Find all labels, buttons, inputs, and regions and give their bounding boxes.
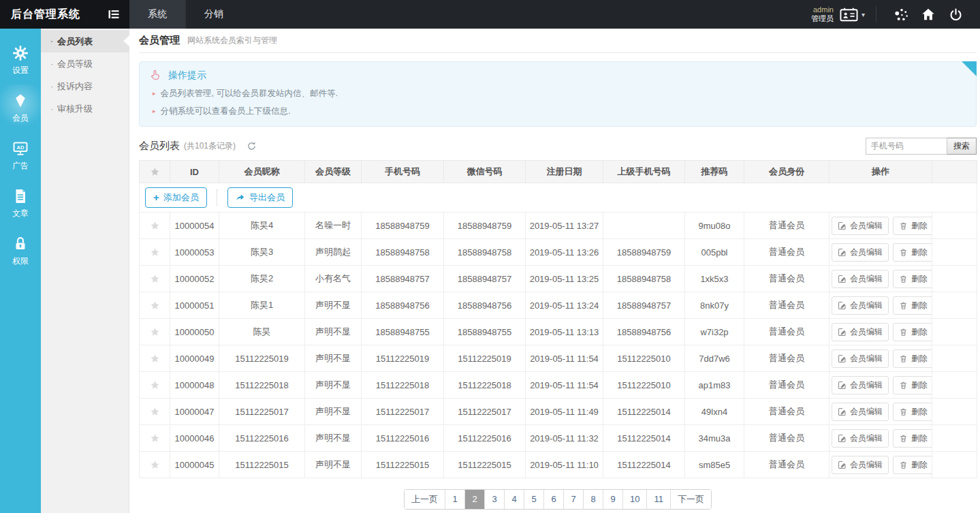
tips-collapse-corner[interactable] <box>962 61 977 76</box>
star-icon <box>150 380 160 390</box>
dots-cluster-icon <box>894 7 909 22</box>
member-actions-cell: 会员编辑删除 <box>829 345 932 372</box>
sidebar-item-label: 设置 <box>12 65 29 76</box>
pagination-prev[interactable]: 上一页 <box>405 490 445 509</box>
pagination-page-2[interactable]: 2 <box>464 490 484 509</box>
submenu-item-complaints[interactable]: 投诉内容 <box>41 75 129 97</box>
submenu-item-label: 会员列表 <box>57 35 93 48</box>
user-info[interactable]: admin 管理员 <box>811 5 834 23</box>
diamond-icon <box>12 93 29 109</box>
edit-icon <box>838 221 847 230</box>
pagination-page-10[interactable]: 10 <box>622 490 646 509</box>
pagination-page-11[interactable]: 11 <box>646 490 670 509</box>
search-button[interactable]: 搜索 <box>947 138 977 155</box>
menu-toggle-icon[interactable] <box>107 7 121 21</box>
favorite-star-cell[interactable] <box>140 425 170 452</box>
delete-member-button[interactable]: 删除 <box>893 217 932 235</box>
favorite-star-cell[interactable] <box>140 319 170 345</box>
power-icon <box>949 7 963 22</box>
edit-member-button[interactable]: 会员编辑 <box>832 429 889 448</box>
sidebar-item-members[interactable]: 会员 <box>0 84 41 132</box>
edit-member-button[interactable]: 会员编辑 <box>832 376 889 394</box>
edit-member-button[interactable]: 会员编辑 <box>832 349 889 368</box>
pagination-page-8[interactable]: 8 <box>583 490 603 509</box>
member-parent-phone-cell: 15112225014 <box>603 399 685 425</box>
member-level-cell: 小有名气 <box>305 266 362 292</box>
add-member-button[interactable]: +添加会员 <box>145 187 207 208</box>
delete-member-button[interactable]: 删除 <box>893 323 932 341</box>
search-input[interactable] <box>866 138 947 155</box>
delete-member-button[interactable]: 删除 <box>893 403 932 421</box>
favorite-star-cell[interactable] <box>140 372 170 399</box>
tab-system[interactable]: 系统 <box>129 0 185 29</box>
refresh-icon[interactable] <box>247 141 257 151</box>
member-parent-phone-cell: 18588948759 <box>603 239 685 266</box>
edit-member-label: 会员编辑 <box>850 273 883 285</box>
sidebar-item-settings[interactable]: 设置 <box>0 37 41 84</box>
member-reg-date-cell: 2019-05-11 11:10 <box>526 452 603 478</box>
member-actions-cell: 会员编辑删除 <box>829 452 932 478</box>
home-button[interactable] <box>915 0 942 29</box>
member-phone-cell: 15112225017 <box>362 399 444 425</box>
member-wechat-cell: 15112225015 <box>444 452 526 478</box>
pagination-page-4[interactable]: 4 <box>504 490 524 509</box>
pagination-next[interactable]: 下一页 <box>670 490 711 509</box>
star-icon <box>150 327 160 337</box>
column-header: 推荐码 <box>685 161 744 183</box>
favorite-star-cell[interactable] <box>140 266 170 292</box>
edit-member-label: 会员编辑 <box>850 220 883 232</box>
submenu-item-upgrade-review[interactable]: 审核升级 <box>41 97 129 120</box>
pagination-page-7[interactable]: 7 <box>563 490 583 509</box>
edit-member-button[interactable]: 会员编辑 <box>832 456 889 474</box>
delete-member-button[interactable]: 删除 <box>893 456 932 474</box>
member-id-cell: 10000051 <box>170 292 219 319</box>
sidebar-item-permissions[interactable]: 权限 <box>0 228 41 275</box>
delete-member-button[interactable]: 删除 <box>893 270 932 288</box>
member-identity-cell: 普通会员 <box>744 452 829 478</box>
member-id-cell: 10000047 <box>170 399 219 425</box>
edit-member-button[interactable]: 会员编辑 <box>832 270 889 288</box>
pagination-page-5[interactable]: 5 <box>524 490 543 509</box>
pagination-page-6[interactable]: 6 <box>543 490 563 509</box>
tab-distribution[interactable]: 分销 <box>185 0 242 29</box>
delete-member-button[interactable]: 删除 <box>893 429 932 448</box>
member-nickname-cell: 陈昊4 <box>219 213 305 239</box>
delete-member-button[interactable]: 删除 <box>893 243 932 262</box>
pagination-page-1[interactable]: 1 <box>445 490 464 509</box>
member-reg-date-cell: 2019-05-11 11:49 <box>526 399 603 425</box>
member-phone-cell: 18588948755 <box>362 319 444 345</box>
pagination-page-3[interactable]: 3 <box>484 490 504 509</box>
edit-member-button[interactable]: 会员编辑 <box>832 243 889 262</box>
favorite-star-cell[interactable] <box>140 213 170 239</box>
member-phone-cell: 18588948759 <box>362 213 444 239</box>
favorite-star-cell[interactable] <box>140 345 170 372</box>
edit-member-label: 会员编辑 <box>850 406 883 418</box>
pagination-page-9[interactable]: 9 <box>603 490 622 509</box>
clear-cache-button[interactable] <box>887 0 915 29</box>
edit-icon <box>838 275 847 283</box>
favorite-star-cell[interactable] <box>140 292 170 319</box>
submenu-item-member-list[interactable]: 会员列表 <box>41 30 129 52</box>
favorite-star-cell[interactable] <box>140 239 170 266</box>
member-id-cell: 10000045 <box>170 452 219 478</box>
delete-member-label: 删除 <box>911 379 928 391</box>
edit-member-button[interactable]: 会员编辑 <box>832 403 889 421</box>
delete-member-button[interactable]: 删除 <box>893 296 932 315</box>
empty-cell <box>932 452 977 478</box>
favorite-star-cell[interactable] <box>140 452 170 478</box>
delete-member-button[interactable]: 删除 <box>893 376 932 394</box>
sidebar-item-articles[interactable]: 文章 <box>0 180 41 228</box>
edit-member-button[interactable]: 会员编辑 <box>832 323 889 341</box>
logout-button[interactable] <box>942 0 969 29</box>
sidebar-item-ads[interactable]: AD 广告 <box>0 132 41 180</box>
user-menu[interactable]: ▾ <box>840 7 865 22</box>
edit-member-button[interactable]: 会员编辑 <box>832 217 889 235</box>
edit-member-button[interactable]: 会员编辑 <box>832 296 889 315</box>
export-members-button[interactable]: 导出会员 <box>227 187 293 208</box>
submenu-item-member-level[interactable]: 会员等级 <box>41 52 129 75</box>
column-header: 注册日期 <box>526 161 603 183</box>
delete-member-button[interactable]: 删除 <box>893 349 932 368</box>
favorite-star-cell[interactable] <box>140 399 170 425</box>
delete-member-label: 删除 <box>911 459 928 471</box>
ad-icon: AD <box>12 140 29 157</box>
